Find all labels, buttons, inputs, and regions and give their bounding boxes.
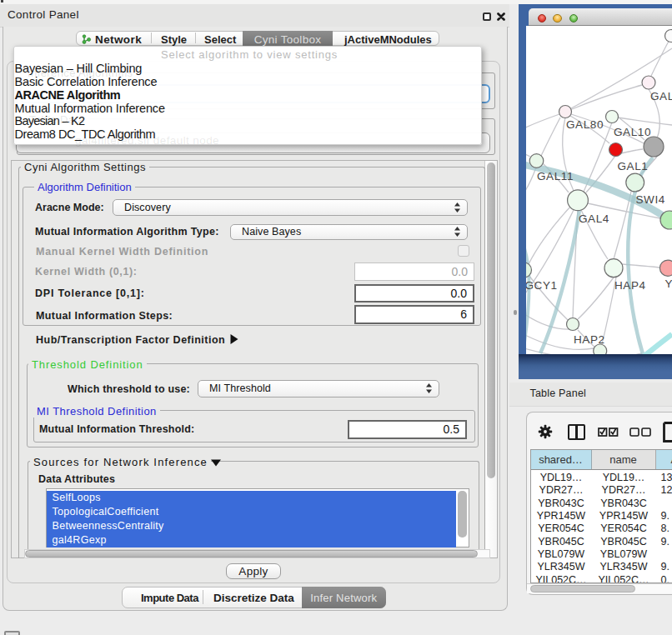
svg-text:GAL4: GAL4 <box>579 212 609 225</box>
svg-text:GAL1: GAL1 <box>618 160 649 172</box>
svg-text:GAL10: GAL10 <box>614 126 651 138</box>
svg-text:GAL11: GAL11 <box>537 170 574 182</box>
svg-text:SWI4: SWI4 <box>636 193 665 206</box>
svg-text:Y: Y <box>665 278 672 290</box>
svg-text:GAL80: GAL80 <box>566 118 604 131</box>
svg-text:GAL7: GAL7 <box>650 90 672 102</box>
svg-text:GCY1: GCY1 <box>526 279 558 292</box>
svg-text:HAP2: HAP2 <box>574 333 605 346</box>
svg-text:HAP4: HAP4 <box>614 279 646 292</box>
